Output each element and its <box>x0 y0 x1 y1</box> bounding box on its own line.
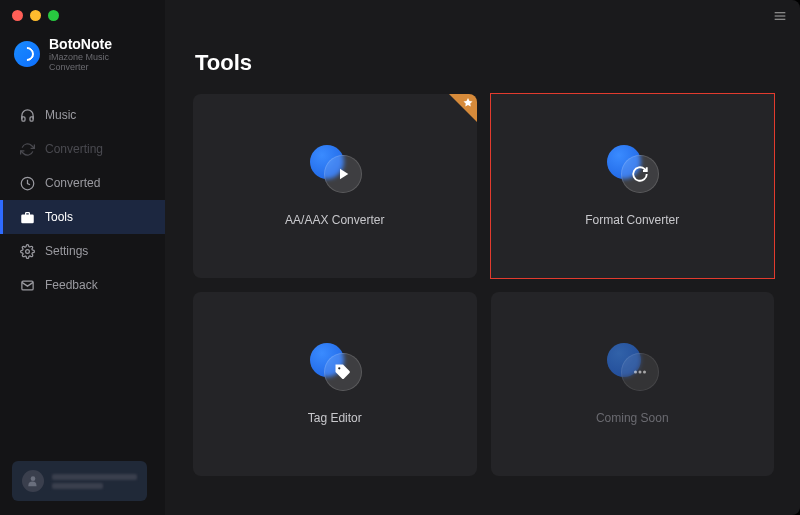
svg-point-6 <box>31 476 36 481</box>
sidebar-item-tools[interactable]: Tools <box>0 200 165 234</box>
refresh-icon <box>621 155 659 193</box>
tool-card-format-converter[interactable]: Format Converter <box>491 94 775 278</box>
sidebar: BotoNote iMazone Music Converter Music C… <box>0 0 165 515</box>
svg-point-9 <box>634 371 637 374</box>
brand: BotoNote iMazone Music Converter <box>0 34 165 88</box>
tool-icon <box>603 343 661 391</box>
svg-point-11 <box>643 371 646 374</box>
tool-icon <box>306 343 364 391</box>
sidebar-item-label: Converted <box>45 176 100 190</box>
dots-icon <box>621 353 659 391</box>
play-icon <box>324 155 362 193</box>
gear-icon <box>19 243 35 259</box>
mail-icon <box>19 277 35 293</box>
sidebar-item-label: Feedback <box>45 278 98 292</box>
sidebar-item-music[interactable]: Music <box>0 98 165 132</box>
sidebar-item-label: Converting <box>45 142 103 156</box>
maximize-window-button[interactable] <box>48 10 59 21</box>
app-title: BotoNote <box>49 36 151 52</box>
sidebar-item-converting: Converting <box>0 132 165 166</box>
tool-icon <box>603 145 661 193</box>
minimize-window-button[interactable] <box>30 10 41 21</box>
crown-icon <box>462 97 474 111</box>
svg-point-4 <box>25 249 29 253</box>
headphones-icon <box>19 107 35 123</box>
user-account-button[interactable] <box>12 461 147 501</box>
svg-marker-7 <box>340 169 348 180</box>
sidebar-item-label: Tools <box>45 210 73 224</box>
tool-card-coming-soon: Coming Soon <box>491 292 775 476</box>
tool-card-aa-aax-converter[interactable]: AA/AAX Converter <box>193 94 477 278</box>
tool-label: Format Converter <box>585 213 679 227</box>
app-window: BotoNote iMazone Music Converter Music C… <box>0 0 800 515</box>
titlebar <box>0 0 800 30</box>
user-avatar-icon <box>22 470 44 492</box>
tool-icon <box>306 145 364 193</box>
toolbox-icon <box>19 209 35 225</box>
clock-icon <box>19 175 35 191</box>
user-info-placeholder <box>52 474 137 489</box>
tool-card-tag-editor[interactable]: Tag Editor <box>193 292 477 476</box>
svg-point-8 <box>338 367 340 369</box>
tool-label: Tag Editor <box>308 411 362 425</box>
tool-label: Coming Soon <box>596 411 669 425</box>
sidebar-item-label: Settings <box>45 244 88 258</box>
svg-point-10 <box>639 371 642 374</box>
nav: Music Converting Converted Tools <box>0 98 165 302</box>
sidebar-item-feedback[interactable]: Feedback <box>0 268 165 302</box>
main-content: Tools AA/AAX Converter <box>165 0 800 515</box>
refresh-icon <box>19 141 35 157</box>
tag-icon <box>324 353 362 391</box>
page-title: Tools <box>195 50 774 76</box>
sidebar-item-converted[interactable]: Converted <box>0 166 165 200</box>
tools-grid: AA/AAX Converter Format Converter <box>193 94 774 476</box>
sidebar-item-label: Music <box>45 108 76 122</box>
tool-label: AA/AAX Converter <box>285 213 384 227</box>
close-window-button[interactable] <box>12 10 23 21</box>
window-controls <box>12 10 59 21</box>
app-logo-icon <box>14 41 40 67</box>
sidebar-item-settings[interactable]: Settings <box>0 234 165 268</box>
app-subtitle: iMazone Music Converter <box>49 52 151 72</box>
